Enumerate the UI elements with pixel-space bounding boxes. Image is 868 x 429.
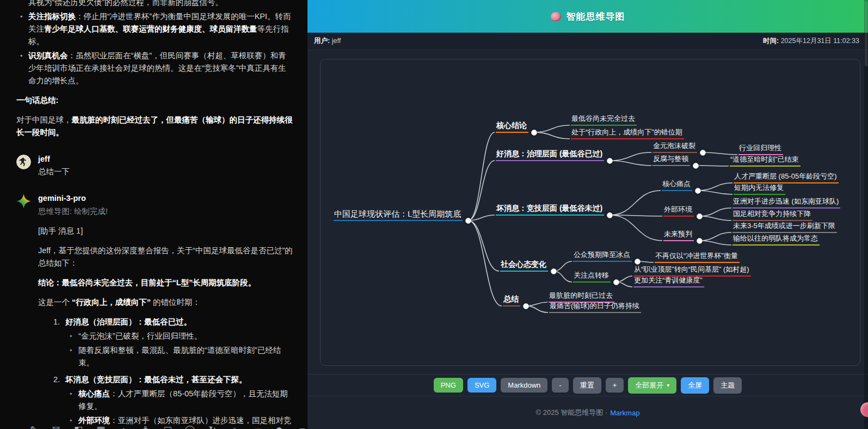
- assistant-name: gemini-3-pro: [38, 192, 293, 205]
- mindmap-node-E2[interactable]: 最痛苦(输球)的日子仍将持续: [549, 301, 641, 313]
- mindmap-toolbar: PNGSVGMarkdown-重置+全部展开▾全屏主题: [307, 374, 868, 396]
- fullscreen-button[interactable]: 全屏: [681, 377, 709, 394]
- collapse-dot[interactable]: [697, 213, 703, 219]
- user-name: jeff: [38, 153, 293, 166]
- collapse-dot[interactable]: [613, 279, 619, 285]
- mindmap-header: 智能思维导图: [307, 0, 868, 33]
- mindmap-node-D2a[interactable]: 从“职业顶层”转向“民间基层” (如村超): [633, 265, 751, 277]
- clock-icon[interactable]: ◔: [118, 424, 128, 429]
- gemini-star-icon: [16, 194, 31, 209]
- mindmap-main: 中国足球现状评估：L型长周期筑底核心结论最低谷尚未完全过去处于“行政向上，成绩向…: [307, 50, 868, 374]
- home-icon[interactable]: ⌂: [229, 424, 240, 429]
- mindmap-node-B2a[interactable]: “道德至暗时刻”已结束: [730, 155, 801, 167]
- pencil-icon[interactable]: ✎: [28, 424, 39, 429]
- chat-bullet-item: “金元泡沫”已破裂，行业回归理性。: [78, 330, 293, 342]
- mindmap-node-B1[interactable]: 金元泡沫破裂: [652, 141, 697, 153]
- mindmap-node-C1[interactable]: 核心痛点: [662, 179, 692, 191]
- mindmap-node-D1a[interactable]: 不再仅以“冲进世界杯”衡量: [655, 251, 740, 263]
- assistant-message: gemini-3-pro 思维导图: 绘制完成! [助手 消息 1]Jeff，基…: [16, 192, 293, 429]
- copyright-text: © 2025 智能思维导图 ·: [536, 408, 608, 418]
- mindmap-node-C3[interactable]: 未来预判: [663, 229, 694, 241]
- mindmap-node-B1a[interactable]: 行业回归理性: [738, 143, 783, 155]
- mindmap-node-C2[interactable]: 外部环境: [663, 205, 694, 217]
- chat-bullet-item: 随着反腐和整顿，最混乱、最肮脏的“道德至暗时刻”已经结束。: [78, 344, 293, 369]
- theme-button[interactable]: 主题: [713, 377, 742, 394]
- report-tail: 其视为“偿还历史欠债”的必然过程，而非新的崩盘信号。关注指标切换：停止用“冲进世…: [16, 0, 293, 139]
- mindmap-node-A1[interactable]: 最低谷尚未完全过去: [571, 114, 637, 126]
- anchor-icon[interactable]: ⚓: [140, 424, 151, 429]
- page-icon[interactable]: ▱: [296, 424, 307, 429]
- chat-paragraph: Jeff，基于您提供的这份深度整合报告，关于“中国足球最低谷是否已过”的总结如下…: [38, 244, 293, 269]
- mindmap-node-B[interactable]: 好消息：治理层面 (最低谷已过): [496, 149, 604, 161]
- collapse-dot[interactable]: [523, 303, 529, 309]
- mindmap-node-C2a[interactable]: 亚洲对手进步迅速 (如东南亚球队): [732, 197, 840, 209]
- assistant-status: 思维导图: 绘制完成!: [38, 205, 293, 218]
- mindmap-node-C1a[interactable]: 人才严重断层 (85-05年龄段亏空): [734, 171, 839, 183]
- mindmap-node-C3b[interactable]: 输给以往的弱队将成为常态: [732, 234, 820, 246]
- mindmap-canvas[interactable]: 中国足球现状评估：L型长周期筑底核心结论最低谷尚未完全过去处于“行政向上，成绩向…: [320, 59, 860, 366]
- collapse-dot[interactable]: [700, 150, 706, 156]
- mindmap-userbar: 用户: jeff 时间: 2025年12月31日 11:02:33: [307, 33, 868, 50]
- scrollbar[interactable]: [864, 0, 868, 429]
- expand-all-button[interactable]: 全部展开▾: [628, 377, 676, 394]
- user-message-text: 总结一下: [38, 166, 293, 178]
- image-icon[interactable]: ▦: [95, 424, 106, 429]
- chat-paragraph: 结论：最低谷尚未完全过去，目前处于“L型”长周期筑底阶段。: [38, 277, 293, 289]
- record-icon[interactable]: ◯: [184, 424, 195, 429]
- mindmap-node-D1[interactable]: 公众预期降至冰点: [573, 250, 632, 262]
- chat-paragraph: 这是一个 “行政向上，成绩向下” 的错位时期：: [38, 296, 293, 309]
- collapse-dot[interactable]: [551, 268, 557, 274]
- user-message: jeff 总结一下: [16, 153, 293, 178]
- chat-paragraph: [助手 消息 1]: [38, 225, 293, 237]
- chat-bullet-item: 关注指标切换：停止用“冲进世界杯”作为衡量中国足球发展的唯一KPI。转而关注青少…: [28, 10, 293, 48]
- markmap-link[interactable]: Markmap: [610, 409, 639, 417]
- mindmap-node-A[interactable]: 核心结论: [496, 121, 528, 133]
- scrollbar-thumb[interactable]: [865, 1, 867, 66]
- mindmap-node-C[interactable]: 坏消息：竞技层面 (最低谷未过): [496, 204, 604, 216]
- chat-input-toolbar: ✎✉◧▦◔⚓▢◯↻⌂▰☻▱⊞▨+: [28, 424, 307, 429]
- collapse-dot[interactable]: [697, 238, 703, 244]
- mindmap-node-B2[interactable]: 反腐与整顿: [652, 154, 690, 166]
- mindmap-node-C3a[interactable]: 未来3-5年成绩或进一步刷新下限: [732, 221, 837, 233]
- mindmap-node-root[interactable]: 中国足球现状评估：L型长周期筑底: [334, 209, 463, 221]
- file-icon[interactable]: ▰: [251, 424, 262, 429]
- mindmap-node-D2b[interactable]: 更加关注“青训健康度”: [633, 275, 704, 287]
- user-info: 用户: jeff: [314, 36, 341, 46]
- save-icon[interactable]: ▢: [162, 424, 173, 429]
- mindmap-node-E[interactable]: 总结: [503, 295, 520, 307]
- mindmap-title: 智能思维导图: [567, 10, 625, 23]
- zoom-out-button[interactable]: -: [552, 378, 568, 393]
- reset-button[interactable]: 重置: [573, 377, 601, 394]
- speaker-icon[interactable]: ◧: [73, 424, 84, 429]
- mindmap-node-A2[interactable]: 处于“行政向上，成绩向下”的错位期: [571, 127, 684, 139]
- user-icon[interactable]: ☻: [274, 424, 285, 429]
- chat-numbered-item: 2.坏消息（竞技层面）：最低谷未过，甚至还会下探。: [53, 373, 293, 386]
- zoom-in-button[interactable]: +: [606, 378, 624, 393]
- refresh-icon[interactable]: ↻: [207, 424, 218, 429]
- collapse-dot[interactable]: [693, 163, 699, 169]
- chat-bullet-item: 识别真机会：虽然职业层面在“横盘”，但民间赛事（村超、草根联赛）和青少年培训市场…: [28, 50, 293, 87]
- chat-paragraph: 其视为“偿还历史欠债”的必然过程，而非新的崩盘信号。: [28, 0, 293, 9]
- mindmap-node-D2[interactable]: 关注点转移: [573, 271, 611, 283]
- chat-panel: 其视为“偿还历史欠债”的必然过程，而非新的崩盘信号。关注指标切换：停止用“冲进世…: [0, 0, 307, 429]
- mindmap-footer: © 2025 智能思维导图 · Markmap: [307, 396, 868, 429]
- mindmap-node-D[interactable]: 社会心态变化: [500, 260, 548, 272]
- chat-bullet-item: 核心痛点：人才严重断层（85-05年龄段亏空），且无法短期修复。: [78, 388, 293, 413]
- export-svg-button[interactable]: SVG: [467, 378, 496, 393]
- mindmap-node-C1b[interactable]: 短期内无法修复: [734, 183, 785, 195]
- caret-down-icon: ▾: [667, 382, 669, 388]
- collapse-dot[interactable]: [635, 259, 641, 265]
- assistant-content: [助手 消息 1]Jeff，基于您提供的这份深度整合报告，关于“中国足球最低谷是…: [38, 225, 293, 429]
- brain-icon: [551, 12, 561, 21]
- export-png-button[interactable]: PNG: [434, 378, 463, 393]
- collapse-dot[interactable]: [695, 188, 701, 194]
- time-info: 时间: 2025年12月31日 11:02:33: [763, 36, 859, 46]
- app-window: 其视为“偿还历史欠债”的必然过程，而非新的崩盘信号。关注指标切换：停止用“冲进世…: [0, 0, 868, 429]
- user-avatar: [16, 155, 31, 169]
- mindmap-node-C2b[interactable]: 国足相对竞争力持续下降: [732, 209, 812, 221]
- mindmap-panel: 智能思维导图 用户: jeff 时间: 2025年12月31日 11:02:33…: [307, 0, 868, 429]
- export-markdown-button[interactable]: Markdown: [501, 378, 547, 393]
- chat-paragraph: 对于中国足球，最肮脏的时刻已经过去了，但最痛苦（输球）的日子还得持续很长一段时间…: [16, 114, 293, 139]
- mail-icon[interactable]: ✉: [51, 424, 61, 429]
- collapse-dot[interactable]: [531, 130, 537, 136]
